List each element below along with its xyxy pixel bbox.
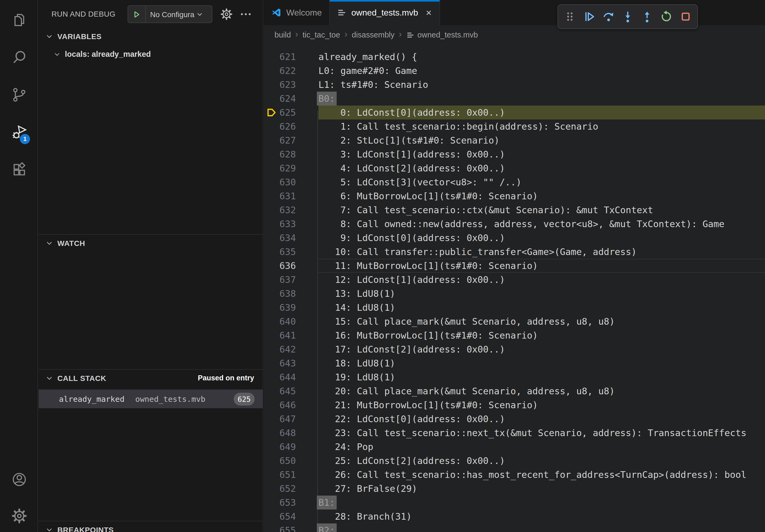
code-line[interactable]: 622 L0: game#2#0: Game	[264, 64, 765, 78]
code-line[interactable]: 647 22: LdConst[0](address: 0x00..)	[264, 412, 765, 426]
variables-section-header[interactable]: VARIABLES	[39, 28, 263, 45]
step-out-icon[interactable]	[640, 10, 654, 24]
breadcrumb-item[interactable]: tic_tac_toe	[303, 31, 340, 39]
code-gutter[interactable]: 622	[264, 64, 319, 78]
code-gutter[interactable]: 633	[264, 217, 319, 231]
code-gutter[interactable]: 634	[264, 231, 319, 245]
code-gutter[interactable]: 623	[264, 78, 319, 92]
code-line[interactable]: 654 28: Branch(31)	[264, 509, 765, 523]
code-line[interactable]: 635 10: Call transfer::public_transfer<G…	[264, 245, 765, 259]
code-gutter[interactable]: 629	[264, 161, 319, 175]
code-line[interactable]: 626 1: Call test_scenario::begin(address…	[264, 120, 765, 133]
code-line[interactable]: 642 17: LdConst[2](address: 0x00..)	[264, 342, 765, 356]
source-control-icon[interactable]	[11, 86, 28, 104]
search-icon[interactable]	[11, 49, 28, 66]
code-line[interactable]: 633 8: Call owned::new(address, address,…	[264, 217, 765, 231]
code-line[interactable]: 645 20: Call place_mark(&mut Scenario, a…	[264, 384, 765, 398]
code-line[interactable]: 643 18: LdU8(1)	[264, 356, 765, 370]
step-over-icon[interactable]	[601, 10, 615, 24]
code-gutter[interactable]: 645	[264, 384, 319, 398]
debug-settings-gear-icon[interactable]	[220, 8, 233, 21]
code-line[interactable]: 636 11: MutBorrowLoc[1](ts#1#0: Scenario…	[264, 259, 765, 273]
code-gutter[interactable]: 655	[264, 523, 319, 532]
code-line[interactable]: 629 4: LdConst[2](address: 0x00..)	[264, 161, 765, 175]
code-gutter[interactable]: 640	[264, 315, 319, 328]
code-line[interactable]: 630 5: LdConst[3](vector<u8>: "" /..)	[264, 175, 765, 189]
variables-locals-item[interactable]: locals: already_marked	[39, 46, 263, 62]
code-gutter[interactable]: 636	[264, 259, 319, 273]
settings-gear-icon[interactable]	[11, 507, 28, 524]
code-gutter[interactable]: 630	[264, 175, 319, 189]
code-line[interactable]: 634 9: LdConst[0](address: 0x00..)	[264, 231, 765, 245]
code-line[interactable]: 627 2: StLoc[1](ts#1#0: Scenario)	[264, 133, 765, 147]
account-icon[interactable]	[11, 471, 28, 488]
code-line[interactable]: 640 15: Call place_mark(&mut Scenario, a…	[264, 315, 765, 328]
code-gutter[interactable]: 649	[264, 440, 319, 454]
code-line[interactable]: 628 3: LdConst[1](address: 0x00..)	[264, 147, 765, 161]
code-gutter[interactable]: 638	[264, 287, 319, 301]
call-stack-section-header[interactable]: CALL STACK Paused on entry	[39, 369, 263, 386]
code-line[interactable]: 632 7: Call test_scenario::ctx(&mut Scen…	[264, 203, 765, 217]
code-line[interactable]: 649 24: Pop	[264, 440, 765, 454]
code-gutter[interactable]: 648	[264, 426, 319, 440]
code-line[interactable]: 624 B0:	[264, 92, 765, 106]
breadcrumb-item[interactable]: build	[275, 31, 291, 39]
extensions-icon[interactable]	[11, 161, 28, 178]
explorer-icon[interactable]	[11, 11, 28, 28]
stop-icon[interactable]	[679, 10, 693, 24]
code-gutter[interactable]: 643	[264, 356, 319, 370]
code-line[interactable]: 655 B2:	[264, 523, 765, 532]
code-gutter[interactable]: 635	[264, 245, 319, 259]
code-gutter[interactable]: 641	[264, 328, 319, 342]
watch-section-header[interactable]: WATCH	[39, 234, 263, 251]
start-debug-icon[interactable]	[128, 6, 146, 23]
more-actions-icon[interactable]	[239, 8, 253, 21]
step-into-icon[interactable]	[621, 10, 635, 24]
code-line[interactable]: 623 L1: ts#1#0: Scenario	[264, 78, 765, 92]
code-gutter[interactable]: 632	[264, 203, 319, 217]
code-gutter[interactable]: 628	[264, 147, 319, 161]
continue-icon[interactable]	[582, 10, 596, 24]
code-gutter[interactable]: 646	[264, 398, 319, 412]
code-line[interactable]: 652 27: BrFalse(29)	[264, 482, 765, 496]
code-gutter[interactable]: 626	[264, 120, 319, 133]
code-line[interactable]: 650 25: LdConst[2](address: 0x00..)	[264, 454, 765, 468]
drag-handle-icon[interactable]	[563, 10, 577, 24]
breadcrumb-item[interactable]: owned_tests.mvb	[417, 31, 478, 39]
debug-configuration-dropdown[interactable]: No Configura	[128, 5, 212, 23]
tab-welcome[interactable]: Welcome	[264, 0, 330, 25]
code-gutter[interactable]: 625	[264, 106, 319, 120]
code-line[interactable]: 631 6: MutBorrowLoc[1](ts#1#0: Scenario)	[264, 189, 765, 203]
code-line[interactable]: 639 14: LdU8(1)	[264, 301, 765, 315]
code-gutter[interactable]: 654	[264, 509, 319, 523]
code-line[interactable]: 646 21: MutBorrowLoc[1](ts#1#0: Scenario…	[264, 398, 765, 412]
run-and-debug-icon[interactable]: 1	[11, 124, 28, 141]
code-gutter[interactable]: 644	[264, 370, 319, 384]
code-gutter[interactable]: 651	[264, 468, 319, 482]
code-gutter[interactable]: 639	[264, 301, 319, 315]
code-line[interactable]: 653 B1:	[264, 496, 765, 509]
restart-icon[interactable]	[659, 10, 673, 24]
code-viewport[interactable]: 621 already_marked() { 622 L0: game#2#0:…	[264, 45, 765, 532]
code-gutter[interactable]: 647	[264, 412, 319, 426]
code-line[interactable]: 625 0: LdConst[0](address: 0x00..)	[264, 106, 765, 120]
code-line[interactable]: 644 19: LdU8(1)	[264, 370, 765, 384]
tab-owned-tests[interactable]: owned_tests.mvb ✕	[330, 0, 440, 25]
code-gutter[interactable]: 621	[264, 50, 319, 64]
code-gutter[interactable]: 627	[264, 133, 319, 147]
code-gutter[interactable]: 650	[264, 454, 319, 468]
code-gutter[interactable]: 642	[264, 342, 319, 356]
code-line[interactable]: 621 already_marked() {	[264, 50, 765, 64]
breadcrumb-item[interactable]: disassembly	[352, 31, 394, 39]
code-line[interactable]: 638 13: LdU8(1)	[264, 287, 765, 301]
code-gutter[interactable]: 653	[264, 496, 319, 509]
breakpoints-section-header[interactable]: BREAKPOINTS	[39, 521, 263, 532]
code-gutter[interactable]: 637	[264, 273, 319, 287]
close-icon[interactable]: ✕	[426, 8, 432, 17]
code-line[interactable]: 641 16: MutBorrowLoc[1](ts#1#0: Scenario…	[264, 328, 765, 342]
code-line[interactable]: 637 12: LdConst[1](address: 0x00..)	[264, 273, 765, 287]
code-line[interactable]: 651 26: Call test_scenario::has_most_rec…	[264, 468, 765, 482]
code-line[interactable]: 648 23: Call test_scenario::next_tx(&mut…	[264, 426, 765, 440]
code-gutter[interactable]: 624	[264, 92, 319, 106]
code-gutter[interactable]: 652	[264, 482, 319, 496]
